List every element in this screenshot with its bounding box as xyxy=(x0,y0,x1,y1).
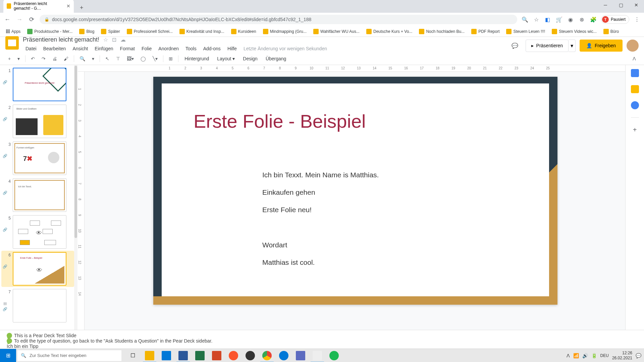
image-tool[interactable]: 🖼▾ xyxy=(124,54,137,63)
undo-button[interactable]: ↶ xyxy=(28,54,38,63)
slides-logo[interactable] xyxy=(5,36,19,50)
layout-button[interactable]: Layout ▾ xyxy=(214,54,238,63)
bookmark-item[interactable]: Wahlfächer WU Aus... xyxy=(311,27,362,36)
slide-thumb-7[interactable]: 7 ▤🔗 xyxy=(3,289,73,322)
zoom-icon[interactable]: 🔍 xyxy=(521,16,529,23)
collapse-toolbar-button[interactable]: ᐱ xyxy=(630,54,639,63)
volume-icon[interactable]: 🔊 xyxy=(582,353,588,358)
menu-file[interactable]: Datei xyxy=(23,45,39,53)
bookmark-item[interactable]: Blog xyxy=(76,27,97,36)
line-tool[interactable]: ╲▾ xyxy=(150,54,160,63)
spotify-icon[interactable] xyxy=(326,349,342,362)
comment-tool[interactable]: ⊞ xyxy=(166,54,175,63)
windows-search[interactable]: 🔍 Zur Suche Text hier eingeben xyxy=(17,350,121,361)
bookmark-item[interactable]: PDF Report xyxy=(469,27,502,36)
new-tab-button[interactable]: + xyxy=(76,3,87,13)
textbox-tool[interactable]: ⊤ xyxy=(113,54,123,63)
chrome-icon[interactable] xyxy=(259,349,275,362)
bookmark-item[interactable]: Produktsuche - Mer... xyxy=(24,27,75,36)
star-icon[interactable]: ☆ xyxy=(103,37,108,43)
select-tool[interactable]: ↖ xyxy=(103,54,112,63)
bookmark-item[interactable]: Professionell Schrei... xyxy=(124,27,175,36)
back-button[interactable]: ← xyxy=(3,15,11,23)
tray-expand-button[interactable]: ᐱ xyxy=(567,353,570,358)
bookmark-item[interactable]: Büro xyxy=(601,27,622,36)
slide-thumb-1[interactable]: 1 🔗 Präsentieren leicht gemacht! xyxy=(3,68,73,101)
add-addon-button[interactable]: + xyxy=(631,126,639,134)
brave-icon[interactable] xyxy=(225,349,241,362)
edge-icon[interactable] xyxy=(276,349,292,362)
present-button[interactable]: ▸ Präsentieren xyxy=(526,40,569,52)
document-title[interactable]: Präsentieren leicht gemacht! xyxy=(23,36,99,43)
menu-format[interactable]: Format xyxy=(117,45,138,53)
redo-button[interactable]: ↷ xyxy=(39,54,48,63)
extensions-button[interactable]: 🧩 xyxy=(590,16,597,23)
menu-help[interactable]: Hilfe xyxy=(225,45,239,53)
close-tab-button[interactable]: ✕ xyxy=(66,3,70,9)
slide-thumb-2[interactable]: 2 🔗 Bilder und Grafiken xyxy=(3,105,73,138)
print-button[interactable]: 🖨 xyxy=(50,54,60,63)
profile-button[interactable]: T Pausiert xyxy=(601,15,629,24)
paint-format-button[interactable]: 🖌 xyxy=(61,54,71,63)
language-indicator[interactable]: DEU xyxy=(600,353,609,358)
notepad-icon[interactable] xyxy=(309,349,325,362)
calendar-icon[interactable] xyxy=(631,69,639,77)
bookmark-item[interactable]: Kursideen xyxy=(228,27,259,36)
slide-title-text[interactable]: Erste Folie - Beispiel xyxy=(194,110,366,132)
menu-insert[interactable]: Einfügen xyxy=(92,45,116,53)
task-view-button[interactable]: ☐ xyxy=(125,349,141,362)
present-dropdown[interactable]: ▾ xyxy=(569,40,576,52)
move-icon[interactable]: ⊡ xyxy=(112,37,116,43)
notifications-button[interactable]: 💬 xyxy=(636,353,641,358)
explorer-icon[interactable] xyxy=(142,349,158,362)
shape-tool[interactable]: ◯ xyxy=(138,54,149,63)
extension-icon-4[interactable]: ⊗ xyxy=(578,16,586,23)
share-button[interactable]: 👤 Freigeben xyxy=(580,40,623,52)
extension-icon-2[interactable]: 🛒 xyxy=(555,16,563,23)
design-button[interactable]: Design xyxy=(239,54,261,63)
calendar-taskbar-icon[interactable] xyxy=(158,349,174,362)
battery-icon[interactable]: 🔋 xyxy=(591,353,597,358)
clock[interactable]: 12:26 26.02.2021 xyxy=(612,351,632,360)
bookmark-item[interactable]: Mindmapping (Gru... xyxy=(260,27,309,36)
chrome-menu-button[interactable]: ⋮ xyxy=(633,16,641,23)
extension-icon-3[interactable]: ◉ xyxy=(567,16,574,23)
cloud-icon[interactable]: ☁ xyxy=(120,37,126,43)
bookmark-item[interactable]: Deutsche Kurs + Vo... xyxy=(364,27,415,36)
comments-button[interactable]: 💬 xyxy=(508,39,522,52)
zoom-button[interactable]: 🔍 xyxy=(77,54,88,63)
maximize-button[interactable]: ▢ xyxy=(613,0,629,10)
obs-icon[interactable] xyxy=(242,349,258,362)
transition-button[interactable]: Übergang xyxy=(262,54,290,63)
powerpoint-icon[interactable] xyxy=(209,349,225,362)
slide-thumb-5[interactable]: 5 🔗 👁 xyxy=(3,215,73,249)
slide-thumb-6[interactable]: 6 🔗 Erste Folie – Beispiel👁 xyxy=(1,251,74,287)
browser-tab[interactable]: Präsentieren leicht gemacht! - G… ✕ xyxy=(3,0,74,13)
bookmark-item[interactable]: Später xyxy=(98,27,122,36)
reload-button[interactable]: ⟳ xyxy=(28,15,36,23)
new-slide-dropdown[interactable]: ▾ xyxy=(15,54,22,63)
close-window-button[interactable]: ✕ xyxy=(629,0,644,10)
bookmark-item[interactable]: Kreativität und Insp... xyxy=(177,27,227,36)
star-icon[interactable]: ☆ xyxy=(533,16,540,23)
tasks-icon[interactable] xyxy=(631,101,639,109)
background-button[interactable]: Hintergrund xyxy=(181,54,212,63)
menu-view[interactable]: Ansicht xyxy=(70,45,91,53)
bookmark-item[interactable]: Steuern Videos wic... xyxy=(549,27,599,36)
slide-thumb-4[interactable]: 4 🔗 Ich bin Texxt. xyxy=(3,178,73,212)
extension-icon-1[interactable]: ◧ xyxy=(544,16,551,23)
menu-addons[interactable]: Add-ons xyxy=(201,45,223,53)
excel-icon[interactable] xyxy=(192,349,208,362)
menu-slide[interactable]: Folie xyxy=(139,45,154,53)
slide-body-text[interactable]: Ich bin Texxt. Mein Name is Matthias. Ei… xyxy=(262,167,379,272)
menu-arrange[interactable]: Anordnen xyxy=(156,45,181,53)
filmstrip-scrollbar[interactable] xyxy=(74,65,77,330)
new-slide-button[interactable]: + xyxy=(5,54,13,63)
keep-icon[interactable] xyxy=(631,85,639,93)
forward-button[interactable]: → xyxy=(15,15,23,23)
slide-thumb-3[interactable]: 3 🔗 Formen einfügen7✖ xyxy=(3,141,73,175)
zoom-dropdown[interactable]: ▾ xyxy=(89,54,97,63)
url-field[interactable]: 🔒 docs.google.com/presentation/d/1yV372S… xyxy=(40,15,517,24)
bookmark-item[interactable]: Steuern Lesen !!!! xyxy=(503,27,548,36)
wifi-icon[interactable]: 📶 xyxy=(573,353,579,358)
